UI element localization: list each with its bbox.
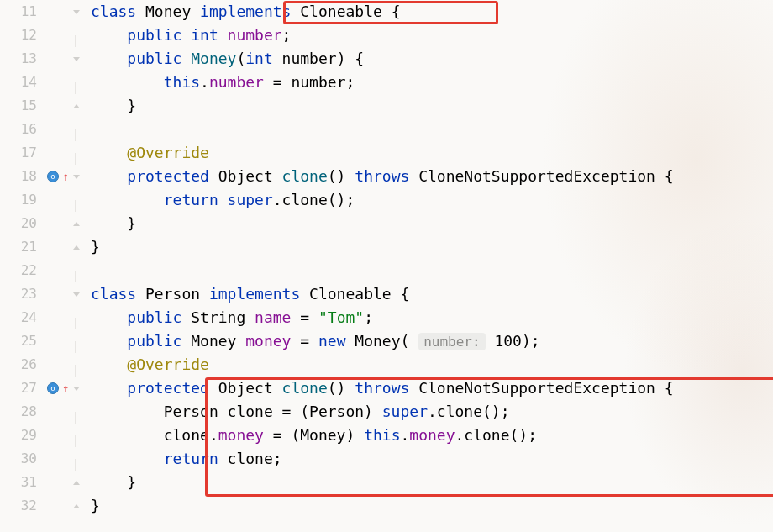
code-token: "Tom" (318, 308, 364, 326)
code-token: CloneNotSupportedException { (418, 167, 673, 185)
override-icon[interactable] (47, 382, 59, 394)
code-line[interactable]: class Person implements Cloneable { (91, 282, 773, 306)
override-icon[interactable] (47, 171, 59, 182)
code-line[interactable]: } (91, 494, 773, 518)
code-line[interactable]: public int number; (91, 24, 773, 47)
code-line[interactable]: } (91, 94, 773, 118)
line-number: 28 (0, 400, 37, 424)
code-token: } (91, 473, 136, 491)
code-token: int (245, 50, 281, 67)
fold-marker[interactable] (73, 0, 80, 24)
gutter-row: 27↑ (0, 377, 82, 400)
code-line[interactable]: public String name = "Tom"; (91, 306, 773, 329)
code-token: = number; (264, 73, 355, 91)
code-token (91, 308, 127, 326)
code-editor[interactable]: 1112131415161718↑192021222324252627↑2829… (0, 0, 773, 532)
gutter-row: 25 (0, 329, 82, 353)
code-token: Object (218, 379, 282, 397)
code-token: name (255, 308, 291, 326)
code-token (91, 332, 127, 350)
code-token: money (218, 426, 264, 444)
code-token: super (382, 403, 428, 420)
code-token: protected (127, 167, 218, 185)
code-line[interactable]: return clone; (91, 447, 773, 471)
gutter-row: 20 (0, 212, 82, 235)
code-token: Cloneable (300, 3, 391, 20)
code-token (91, 50, 127, 67)
code-token: () (328, 167, 355, 185)
line-number: 15 (0, 94, 37, 118)
gutter-row: 32 (0, 494, 82, 518)
code-line[interactable]: protected Object clone() throws CloneNot… (91, 165, 773, 188)
fold-marker[interactable] (73, 282, 80, 306)
code-token: public (127, 332, 191, 350)
code-line[interactable] (91, 259, 773, 282)
code-line[interactable]: return super.clone(); (91, 188, 773, 212)
line-number: 29 (0, 424, 37, 447)
code-token: .clone(); (273, 191, 355, 208)
code-token: public (127, 308, 191, 326)
code-line[interactable]: } (91, 471, 773, 494)
code-token: Money (191, 50, 236, 67)
fold-marker[interactable] (73, 94, 80, 118)
code-token: ; (364, 308, 373, 326)
line-number: 31 (0, 471, 37, 494)
code-line[interactable]: protected Object clone() throws CloneNot… (91, 377, 773, 400)
fold-marker[interactable] (73, 212, 80, 235)
code-token: throws (355, 379, 418, 397)
code-token: () (328, 379, 355, 397)
code-token: .clone(); (455, 426, 538, 444)
gutter-row: 22 (0, 259, 82, 282)
code-line[interactable]: Person clone = (Person) super.clone(); (91, 400, 773, 424)
line-number: 21 (0, 235, 37, 259)
code-line[interactable]: } (91, 235, 773, 259)
line-number: 25 (0, 329, 37, 353)
gutter-row: 24 (0, 306, 82, 329)
code-line[interactable]: @Override (91, 353, 773, 377)
code-token: Cloneable (309, 285, 400, 303)
code-line[interactable]: public Money money = new Money( number: … (91, 329, 773, 353)
code-token: return super (164, 191, 273, 208)
override-up-arrow-icon: ↑ (62, 165, 69, 188)
code-token: 100); (486, 332, 540, 350)
fold-marker[interactable] (73, 47, 80, 71)
line-number: 27 (0, 377, 37, 400)
code-token: . (200, 73, 209, 91)
gutter-row: 18↑ (0, 165, 82, 188)
code-token: Person clone = (Person) (91, 403, 382, 420)
code-line[interactable] (91, 118, 773, 141)
fold-marker[interactable] (73, 377, 80, 400)
code-line[interactable]: this.number = number; (91, 71, 773, 94)
code-area[interactable]: class Money implements Cloneable { publi… (82, 0, 773, 532)
fold-marker[interactable] (73, 235, 80, 259)
code-token: new (318, 332, 355, 350)
code-token: number (209, 73, 264, 91)
line-number: 19 (0, 188, 37, 212)
line-number: 14 (0, 71, 37, 94)
gutter-row: 21 (0, 235, 82, 259)
code-line[interactable]: public Money(int number) { (91, 47, 773, 71)
gutter-row: 14 (0, 71, 82, 94)
fold-marker[interactable] (73, 165, 80, 188)
code-token (91, 191, 164, 208)
code-line[interactable]: } (91, 212, 773, 235)
code-token: throws (355, 167, 418, 185)
code-token: { (400, 285, 409, 303)
fold-marker[interactable] (73, 471, 80, 494)
code-token: clone (282, 167, 328, 185)
code-line[interactable]: clone.money = (Money) this.money.clone()… (91, 424, 773, 447)
code-token: implements (200, 3, 300, 20)
code-token (91, 356, 127, 373)
line-number: 23 (0, 282, 37, 306)
code-token: Money( (355, 332, 418, 350)
gutter-row: 15 (0, 94, 82, 118)
code-line[interactable]: class Money implements Cloneable { (91, 0, 773, 24)
code-token: this (364, 426, 400, 444)
line-number: 30 (0, 447, 37, 471)
line-number: 18 (0, 165, 37, 188)
line-number: 32 (0, 494, 37, 518)
fold-marker[interactable] (73, 494, 80, 518)
code-line[interactable]: @Override (91, 141, 773, 165)
code-token: @Override (127, 356, 209, 373)
gutter: 1112131415161718↑192021222324252627↑2829… (0, 0, 82, 532)
